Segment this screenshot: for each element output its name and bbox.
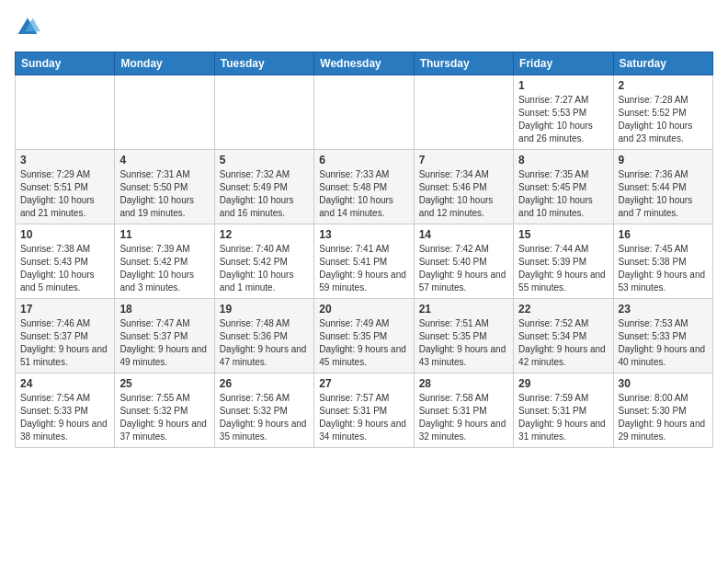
day-number: 9 (619, 154, 708, 167)
day-info: Sunrise: 7:27 AM Sunset: 5:53 PM Dayligh… (518, 94, 608, 145)
calendar-cell: 10Sunrise: 7:38 AM Sunset: 5:43 PM Dayli… (16, 224, 115, 299)
calendar-cell (414, 75, 513, 150)
day-number: 25 (119, 377, 209, 390)
day-number: 16 (619, 228, 708, 241)
day-info: Sunrise: 7:40 AM Sunset: 5:42 PM Dayligh… (220, 243, 309, 294)
day-info: Sunrise: 7:28 AM Sunset: 5:52 PM Dayligh… (619, 94, 708, 145)
day-number: 23 (619, 303, 708, 316)
day-number: 8 (518, 154, 608, 167)
day-number: 15 (518, 228, 608, 241)
day-number: 20 (319, 303, 408, 316)
day-number: 3 (20, 154, 109, 167)
calendar-cell: 28Sunrise: 7:58 AM Sunset: 5:31 PM Dayli… (414, 373, 513, 448)
calendar-cell: 8Sunrise: 7:35 AM Sunset: 5:45 PM Daylig… (514, 150, 613, 224)
weekday-header: Friday (514, 52, 613, 75)
day-info: Sunrise: 7:51 AM Sunset: 5:35 PM Dayligh… (419, 317, 508, 369)
day-number: 29 (518, 377, 608, 390)
day-info: Sunrise: 7:35 AM Sunset: 5:45 PM Dayligh… (518, 168, 608, 220)
calendar-cell: 24Sunrise: 7:54 AM Sunset: 5:33 PM Dayli… (16, 373, 115, 448)
calendar-cell: 11Sunrise: 7:39 AM Sunset: 5:42 PM Dayli… (115, 224, 214, 299)
day-info: Sunrise: 7:56 AM Sunset: 5:32 PM Dayligh… (220, 392, 309, 443)
calendar-cell: 26Sunrise: 7:56 AM Sunset: 5:32 PM Dayli… (214, 373, 313, 448)
calendar-cell: 6Sunrise: 7:33 AM Sunset: 5:48 PM Daylig… (314, 150, 414, 224)
day-number: 12 (220, 228, 309, 241)
weekday-header: Saturday (613, 52, 712, 75)
day-number: 27 (319, 377, 408, 390)
calendar-cell: 2Sunrise: 7:28 AM Sunset: 5:52 PM Daylig… (613, 75, 712, 150)
day-info: Sunrise: 7:38 AM Sunset: 5:43 PM Dayligh… (20, 243, 109, 294)
calendar-cell: 22Sunrise: 7:52 AM Sunset: 5:34 PM Dayli… (514, 299, 613, 373)
day-number: 30 (619, 377, 708, 390)
day-info: Sunrise: 7:53 AM Sunset: 5:33 PM Dayligh… (619, 317, 708, 369)
day-number: 26 (220, 377, 309, 390)
day-info: Sunrise: 7:58 AM Sunset: 5:31 PM Dayligh… (419, 392, 508, 443)
calendar-cell: 16Sunrise: 7:45 AM Sunset: 5:38 PM Dayli… (613, 224, 712, 299)
calendar-cell (115, 75, 214, 150)
day-info: Sunrise: 7:47 AM Sunset: 5:37 PM Dayligh… (119, 317, 209, 369)
day-number: 4 (119, 154, 209, 167)
calendar-cell: 7Sunrise: 7:34 AM Sunset: 5:46 PM Daylig… (414, 150, 513, 224)
weekday-header: Monday (115, 52, 214, 75)
day-info: Sunrise: 7:39 AM Sunset: 5:42 PM Dayligh… (119, 243, 209, 294)
day-info: Sunrise: 7:44 AM Sunset: 5:39 PM Dayligh… (518, 243, 608, 294)
calendar-cell (214, 75, 313, 150)
day-info: Sunrise: 7:29 AM Sunset: 5:51 PM Dayligh… (20, 168, 109, 220)
calendar-cell: 3Sunrise: 7:29 AM Sunset: 5:51 PM Daylig… (16, 150, 115, 224)
calendar-cell: 21Sunrise: 7:51 AM Sunset: 5:35 PM Dayli… (414, 299, 513, 373)
weekday-header: Thursday (414, 52, 513, 75)
day-number: 1 (518, 79, 608, 92)
day-number: 2 (619, 79, 708, 92)
calendar-week-row: 17Sunrise: 7:46 AM Sunset: 5:37 PM Dayli… (16, 299, 713, 373)
day-info: Sunrise: 7:55 AM Sunset: 5:32 PM Dayligh… (119, 392, 209, 443)
calendar-cell (314, 75, 414, 150)
day-info: Sunrise: 7:59 AM Sunset: 5:31 PM Dayligh… (518, 392, 608, 443)
calendar-cell: 12Sunrise: 7:40 AM Sunset: 5:42 PM Dayli… (214, 224, 313, 299)
calendar-cell: 9Sunrise: 7:36 AM Sunset: 5:44 PM Daylig… (613, 150, 712, 224)
calendar-cell: 15Sunrise: 7:44 AM Sunset: 5:39 PM Dayli… (514, 224, 613, 299)
calendar-week-row: 24Sunrise: 7:54 AM Sunset: 5:33 PM Dayli… (16, 373, 713, 448)
calendar-cell: 19Sunrise: 7:48 AM Sunset: 5:36 PM Dayli… (214, 299, 313, 373)
calendar-cell: 14Sunrise: 7:42 AM Sunset: 5:40 PM Dayli… (414, 224, 513, 299)
day-number: 18 (119, 303, 209, 316)
day-info: Sunrise: 8:00 AM Sunset: 5:30 PM Dayligh… (619, 392, 708, 443)
day-number: 21 (419, 303, 508, 316)
logo (15, 15, 44, 40)
day-number: 19 (220, 303, 309, 316)
day-number: 11 (119, 228, 209, 241)
calendar-cell: 4Sunrise: 7:31 AM Sunset: 5:50 PM Daylig… (115, 150, 214, 224)
weekday-header: Sunday (16, 52, 115, 75)
day-number: 7 (419, 154, 508, 167)
calendar-cell: 5Sunrise: 7:32 AM Sunset: 5:49 PM Daylig… (214, 150, 313, 224)
day-number: 22 (518, 303, 608, 316)
logo-icon (15, 15, 40, 40)
day-info: Sunrise: 7:31 AM Sunset: 5:50 PM Dayligh… (119, 168, 209, 220)
day-info: Sunrise: 7:42 AM Sunset: 5:40 PM Dayligh… (419, 243, 508, 294)
day-info: Sunrise: 7:34 AM Sunset: 5:46 PM Dayligh… (419, 168, 508, 220)
calendar-cell: 20Sunrise: 7:49 AM Sunset: 5:35 PM Dayli… (314, 299, 414, 373)
calendar-cell (16, 75, 115, 150)
day-info: Sunrise: 7:49 AM Sunset: 5:35 PM Dayligh… (319, 317, 408, 369)
day-info: Sunrise: 7:36 AM Sunset: 5:44 PM Dayligh… (619, 168, 708, 220)
calendar-cell: 25Sunrise: 7:55 AM Sunset: 5:32 PM Dayli… (115, 373, 214, 448)
calendar-cell: 29Sunrise: 7:59 AM Sunset: 5:31 PM Dayli… (514, 373, 613, 448)
day-info: Sunrise: 7:41 AM Sunset: 5:41 PM Dayligh… (319, 243, 408, 294)
day-number: 5 (220, 154, 309, 167)
day-info: Sunrise: 7:54 AM Sunset: 5:33 PM Dayligh… (20, 392, 109, 443)
calendar-cell: 17Sunrise: 7:46 AM Sunset: 5:37 PM Dayli… (16, 299, 115, 373)
calendar-cell: 30Sunrise: 8:00 AM Sunset: 5:30 PM Dayli… (613, 373, 712, 448)
calendar-cell: 23Sunrise: 7:53 AM Sunset: 5:33 PM Dayli… (613, 299, 712, 373)
day-number: 13 (319, 228, 408, 241)
day-info: Sunrise: 7:57 AM Sunset: 5:31 PM Dayligh… (319, 392, 408, 443)
day-number: 24 (20, 377, 109, 390)
day-number: 17 (20, 303, 109, 316)
calendar-cell: 27Sunrise: 7:57 AM Sunset: 5:31 PM Dayli… (314, 373, 414, 448)
day-info: Sunrise: 7:33 AM Sunset: 5:48 PM Dayligh… (319, 168, 408, 220)
calendar-week-row: 3Sunrise: 7:29 AM Sunset: 5:51 PM Daylig… (16, 150, 713, 224)
day-info: Sunrise: 7:52 AM Sunset: 5:34 PM Dayligh… (518, 317, 608, 369)
calendar-cell: 18Sunrise: 7:47 AM Sunset: 5:37 PM Dayli… (115, 299, 214, 373)
calendar-week-row: 10Sunrise: 7:38 AM Sunset: 5:43 PM Dayli… (16, 224, 713, 299)
day-number: 14 (419, 228, 508, 241)
calendar-cell: 1Sunrise: 7:27 AM Sunset: 5:53 PM Daylig… (514, 75, 613, 150)
page-header (15, 15, 713, 40)
day-number: 6 (319, 154, 408, 167)
